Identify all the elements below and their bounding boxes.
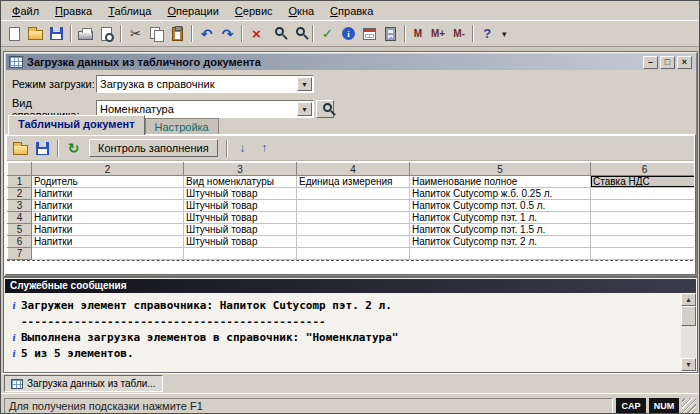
save-icon[interactable]	[46, 23, 67, 44]
grid-cell[interactable]: Напиток Cutycomp пэт. 0.5 л.	[410, 200, 591, 212]
row-number[interactable]: 7	[8, 248, 32, 260]
load-rows-icon[interactable]: ↓	[232, 138, 253, 159]
calculator-icon[interactable]	[380, 23, 401, 44]
grid-cell[interactable]	[297, 188, 410, 200]
scroll-up-icon[interactable]: ▲	[681, 293, 696, 306]
catalog-lookup-button[interactable]	[316, 100, 334, 118]
grid-cell[interactable]	[591, 236, 695, 248]
calendar-icon[interactable]	[359, 23, 380, 44]
cut-icon[interactable]: ✂	[125, 23, 146, 44]
grid-cell[interactable]	[410, 248, 591, 260]
resize-grip-icon[interactable]	[682, 398, 696, 414]
open-icon[interactable]	[25, 23, 46, 44]
grid-cell[interactable]: Напитки	[32, 188, 184, 200]
grid-cell[interactable]	[297, 248, 410, 260]
chevron-down-icon[interactable]: ▼	[297, 102, 312, 116]
unload-rows-icon[interactable]: ↑	[254, 138, 275, 159]
menu-file[interactable]: Файл	[4, 3, 47, 19]
grid-cell[interactable]: Штучный товар	[184, 200, 297, 212]
grid-cell[interactable]	[591, 248, 695, 260]
refresh-icon[interactable]: ↻	[63, 138, 84, 159]
col-header-2[interactable]: 2	[32, 163, 184, 176]
tab-settings[interactable]: Настройка	[145, 118, 219, 135]
grid-cell[interactable]	[184, 248, 297, 260]
menu-table[interactable]: Таблица	[100, 3, 159, 19]
grid-cell[interactable]: Напитки	[32, 200, 184, 212]
row-number[interactable]: 1	[8, 176, 32, 188]
selected-cell[interactable]: Ставка НДС	[591, 176, 695, 188]
grid-cell[interactable]: Штучный товар	[184, 224, 297, 236]
grid-cell[interactable]: Напиток Cutycomp ж.б. 0.25 л.	[410, 188, 591, 200]
maximize-button[interactable]: □	[660, 56, 675, 69]
menu-windows[interactable]: Окна	[281, 3, 323, 19]
find-next-icon[interactable]	[288, 23, 309, 44]
grid-cell[interactable]	[591, 188, 695, 200]
grid-cell[interactable]: Родитель	[32, 176, 184, 188]
scrollbar-thumb[interactable]	[681, 306, 696, 326]
col-header-5[interactable]: 5	[410, 163, 591, 176]
grid-cell[interactable]: Напитки	[32, 236, 184, 248]
grid-cell[interactable]: Напитки	[32, 224, 184, 236]
grid-cell[interactable]	[297, 200, 410, 212]
paste-icon[interactable]	[167, 23, 188, 44]
grid-cell[interactable]: Штучный товар	[184, 236, 297, 248]
find-icon[interactable]	[267, 23, 288, 44]
print-preview-icon[interactable]	[96, 23, 117, 44]
grid-cell[interactable]	[591, 224, 695, 236]
memory-add-button[interactable]: M+	[427, 23, 449, 44]
close-button[interactable]: ×	[677, 56, 692, 69]
grid-cell[interactable]: Штучный товар	[184, 212, 297, 224]
menu-operations[interactable]: Операции	[159, 3, 226, 19]
grid-cell[interactable]: Напитки	[32, 212, 184, 224]
messages-scrollbar[interactable]: ▲ ▼	[681, 293, 696, 371]
service-messages-body[interactable]: i Загружен элемент справочника: Напиток …	[5, 293, 680, 371]
help-icon[interactable]: ?	[477, 23, 498, 44]
toolbar-options-arrow-icon[interactable]: ▾	[498, 23, 511, 44]
row-number[interactable]: 5	[8, 224, 32, 236]
grid-cell[interactable]: Единица измерения	[297, 176, 410, 188]
syntax-check-icon[interactable]: ✓	[317, 23, 338, 44]
chevron-down-icon[interactable]: ▼	[297, 77, 312, 91]
col-header-3[interactable]: 3	[184, 163, 297, 176]
tab-table-document[interactable]: Табличный документ	[8, 115, 145, 135]
col-header-4[interactable]: 4	[297, 163, 410, 176]
memory-recall-button[interactable]: M	[409, 23, 427, 44]
row-number[interactable]: 4	[8, 212, 32, 224]
col-header-6[interactable]: 6	[591, 163, 695, 176]
grid-cell[interactable]	[591, 212, 695, 224]
grid-cell[interactable]: Напиток Cutycomp пэт. 1 л.	[410, 212, 591, 224]
taskbar-window-button[interactable]: Загрузка данных из табли...	[4, 375, 163, 392]
grid-cell[interactable]: Напиток Cutycomp пэт. 2 л.	[410, 236, 591, 248]
open-file-icon[interactable]	[10, 138, 31, 159]
service-messages-titlebar[interactable]: Служебные сообщения	[5, 279, 696, 293]
dialog-titlebar[interactable]: Загрузка данных из табличного документа …	[6, 54, 695, 70]
print-icon[interactable]	[75, 23, 96, 44]
grid-cell[interactable]: Наименование полное	[410, 176, 591, 188]
save-file-icon[interactable]	[32, 138, 53, 159]
grid-corner-cell[interactable]	[8, 163, 32, 176]
load-mode-select[interactable]: Загрузка в справочник ▼	[96, 75, 314, 93]
new-document-icon[interactable]	[4, 23, 25, 44]
copy-icon[interactable]	[146, 23, 167, 44]
fill-control-button[interactable]: Контроль заполнения	[89, 139, 218, 157]
grid-cell[interactable]: Штучный товар	[184, 188, 297, 200]
menu-service[interactable]: Сервис	[227, 3, 281, 19]
grid-cell[interactable]	[591, 200, 695, 212]
minimize-button[interactable]: –	[643, 56, 658, 69]
menu-edit[interactable]: Правка	[47, 3, 100, 19]
row-number[interactable]: 6	[8, 236, 32, 248]
menu-help[interactable]: Справка	[322, 3, 381, 19]
redo-icon[interactable]: ↷	[217, 23, 238, 44]
row-number[interactable]: 2	[8, 188, 32, 200]
undo-icon[interactable]: ↶	[196, 23, 217, 44]
grid-cell[interactable]	[297, 212, 410, 224]
grid-cell[interactable]	[297, 236, 410, 248]
info-icon[interactable]: i	[338, 23, 359, 44]
scroll-down-icon[interactable]: ▼	[681, 358, 696, 371]
grid-cell[interactable]	[32, 248, 184, 260]
grid-cell[interactable]: Напиток Cutycomp пэт. 1.5 л.	[410, 224, 591, 236]
grid-cell[interactable]: Вид номенклатуры	[184, 176, 297, 188]
memory-subtract-button[interactable]: M-	[449, 23, 469, 44]
grid-cell[interactable]	[297, 224, 410, 236]
row-number[interactable]: 3	[8, 200, 32, 212]
